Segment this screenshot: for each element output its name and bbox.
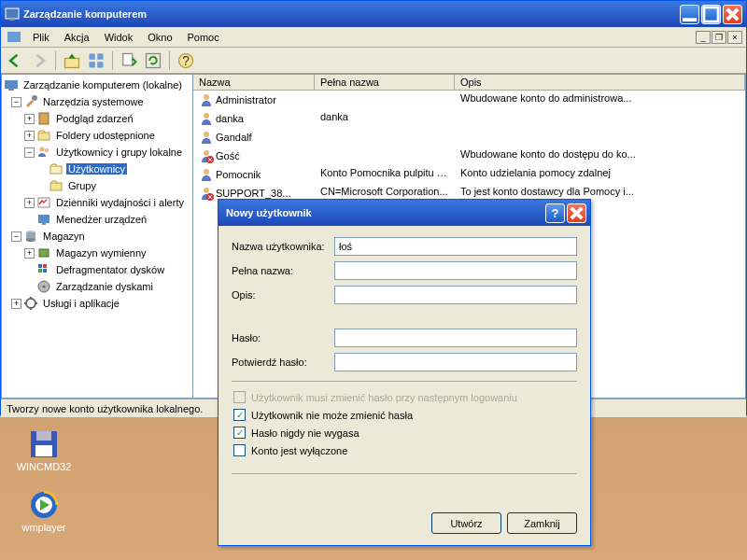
table-row[interactable]: PomocnikKonto Pomocnika pulpitu z...Kont… [193, 165, 745, 184]
tree-removable[interactable]: +Magazyn wymienny [4, 245, 190, 261]
up-button[interactable] [62, 50, 82, 71]
fullname-input[interactable] [334, 261, 577, 280]
tree-disk-mgmt[interactable]: Zarządzanie dyskami [4, 278, 190, 295]
checkbox-icon [233, 444, 246, 456]
tree-shared-folders[interactable]: +Foldery udostępnione [4, 127, 190, 144]
svg-point-16 [32, 95, 37, 101]
svg-point-20 [45, 148, 49, 152]
wmplayer-icon [29, 490, 59, 520]
book-icon [36, 111, 51, 126]
expand-icon[interactable]: + [24, 114, 35, 124]
desktop-icon-wmplayer[interactable]: wmplayer [11, 490, 77, 533]
tree-device-mgr[interactable]: Menedżer urządzeń [4, 211, 190, 228]
svg-rect-4 [7, 32, 21, 42]
back-button[interactable] [5, 50, 25, 71]
password-input[interactable] [334, 329, 577, 347]
menu-help[interactable]: Pomoc [180, 30, 227, 45]
collapse-icon[interactable]: − [24, 147, 35, 158]
col-fullname[interactable]: Pełna nazwa [315, 75, 455, 90]
svg-rect-14 [5, 80, 18, 89]
user-icon [199, 186, 214, 201]
desc-input[interactable] [334, 286, 577, 304]
svg-rect-17 [39, 113, 49, 124]
icon-label: wmplayer [11, 522, 77, 533]
properties-button[interactable] [86, 50, 106, 71]
table-row[interactable]: AdministratorWbudowane konto do administ… [193, 91, 745, 109]
help-button[interactable]: ? [176, 50, 196, 71]
mdi-close-button[interactable]: × [727, 31, 742, 44]
close-button[interactable]: Zamknij [507, 512, 577, 534]
help-button[interactable]: ? [545, 203, 565, 223]
user-icon [199, 148, 214, 163]
floppy-icon [29, 429, 59, 459]
menu-view[interactable]: Widok [97, 30, 141, 45]
menu-action[interactable]: Akcja [57, 30, 97, 45]
minimize-button[interactable] [680, 5, 699, 24]
folder-icon [49, 178, 63, 193]
checkbox-checked-icon: ✓ [233, 427, 246, 439]
tree-local-users[interactable]: −Użytkownicy i grupy lokalne [4, 144, 190, 161]
svg-rect-15 [8, 89, 14, 91]
app-icon [5, 7, 20, 21]
icon-label: WINCMD32 [11, 461, 77, 472]
col-desc[interactable]: Opis [455, 75, 745, 90]
confirm-password-input[interactable] [334, 353, 577, 371]
table-row[interactable]: dankadanka [193, 109, 745, 128]
table-row[interactable]: Gandalf [193, 128, 745, 147]
maximize-button[interactable] [701, 5, 721, 24]
tree-event-viewer[interactable]: +Podgląd zdarzeń [4, 110, 190, 127]
collapse-icon[interactable]: − [11, 97, 21, 107]
tree-services[interactable]: +Usługi i aplikacje [4, 295, 190, 312]
desktop-icon-wincmd[interactable]: WINCMD32 [11, 429, 77, 472]
defrag-icon [36, 262, 51, 277]
expand-icon[interactable]: + [24, 131, 35, 141]
users-icon [36, 145, 51, 160]
tree-root[interactable]: Zarządzanie komputerem (lokalne) [4, 77, 190, 93]
svg-rect-32 [38, 269, 42, 273]
refresh-button[interactable] [143, 50, 163, 71]
mdi-minimize-button[interactable]: _ [696, 31, 711, 44]
titlebar[interactable]: Zarządzanie komputerem [1, 1, 746, 27]
forward-button[interactable] [29, 50, 49, 71]
checkbox-icon [233, 391, 246, 403]
dialog-titlebar[interactable]: Nowy użytkownik ? [218, 200, 590, 226]
new-user-dialog: Nowy użytkownik ? Nazwa użytkownika: Peł… [218, 199, 591, 546]
export-button[interactable] [119, 50, 139, 71]
col-name[interactable]: Nazwa [193, 75, 315, 90]
folder-shared-icon [36, 128, 51, 143]
collapse-icon[interactable]: − [11, 231, 21, 242]
disk-icon [36, 279, 51, 294]
svg-rect-3 [704, 7, 718, 21]
tree-system-tools[interactable]: −Narzędzia systemowe [4, 93, 190, 110]
create-button[interactable]: Utwórz [431, 512, 501, 534]
computer-icon [4, 77, 19, 92]
username-input[interactable] [334, 237, 577, 256]
checkbox-account-disabled[interactable]: Konto jest wyłączone [232, 444, 577, 456]
status-text: Tworzy nowe konto użytkownika lokalnego. [7, 403, 203, 414]
tree-defrag[interactable]: Defragmentator dysków [4, 261, 190, 278]
menu-window[interactable]: Okno [140, 30, 179, 45]
tree-users[interactable]: Użytkownicy [4, 161, 190, 177]
expand-icon[interactable]: + [24, 198, 35, 208]
table-row[interactable]: GośćWbudowane konto do dostępu do ko... [193, 147, 745, 165]
dialog-title: Nowy użytkownik [222, 207, 545, 218]
tree-groups[interactable]: Grupy [4, 177, 190, 194]
expand-icon[interactable]: + [11, 299, 21, 309]
tree-storage[interactable]: −Magazyn [4, 228, 190, 245]
dialog-close-button[interactable] [567, 203, 586, 223]
svg-rect-18 [38, 133, 49, 140]
svg-rect-31 [43, 264, 47, 268]
checkbox-never-expires[interactable]: ✓ Hasło nigdy nie wygasa [232, 427, 577, 439]
menu-file[interactable]: Plik [25, 30, 57, 45]
tree-panel[interactable]: Zarządzanie komputerem (lokalne) −Narzęd… [1, 74, 193, 399]
expand-icon[interactable]: + [24, 248, 35, 259]
removable-icon [36, 245, 51, 260]
tree-perf-logs[interactable]: +Dzienniki wydajności i alerty [4, 194, 190, 211]
checkbox-cannot-change[interactable]: ✓ Użytkownik nie może zmienić hasła [232, 409, 577, 421]
svg-rect-22 [50, 183, 62, 190]
close-button[interactable] [723, 5, 742, 24]
checkbox-checked-icon: ✓ [233, 409, 246, 421]
mdi-restore-button[interactable]: ❐ [712, 31, 726, 44]
services-icon [23, 296, 38, 311]
svg-point-42 [204, 169, 209, 175]
